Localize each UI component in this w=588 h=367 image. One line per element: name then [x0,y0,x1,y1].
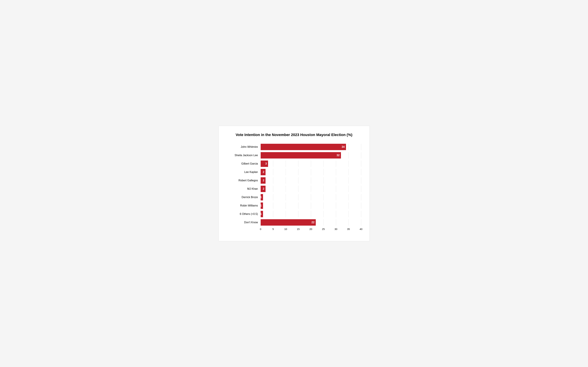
grid-line [273,202,273,209]
grid-line [273,211,273,217]
chart-body: John Whitmire34Sheila Jackson Lee32Gilbe… [227,144,361,228]
x-axis-tick: 0 [260,228,261,230]
grid-line [336,160,336,167]
grid-line [361,202,361,209]
x-axis-tick: 30 [335,228,337,230]
grid-line [311,186,311,192]
bar: 1 [261,202,263,209]
grid-line [361,160,361,167]
bar: 3 [261,160,268,167]
candidate-label: Gilbert Garcia [227,162,261,165]
grid-line [348,144,349,150]
candidate-label: Robert Gallegos [227,179,261,182]
chart-row: Lee Kaplan2 [227,169,361,175]
bar: 1 [261,211,263,217]
bars-wrapper: 1 [261,211,361,217]
grid-line [311,211,311,217]
bar: 32 [261,152,341,158]
candidate-label: Lee Kaplan [227,171,261,174]
chart-row: Derrick Broze1 [227,194,361,200]
bar: 2 [261,177,266,184]
bar: 2 [261,186,266,192]
candidate-label: Sheila Jackson Lee [227,154,261,157]
grid-line [361,152,361,158]
candidate-label: MJ Khan [227,187,261,190]
bars-wrapper: 2 [261,186,361,192]
grid-line [273,194,273,200]
grid-line [311,177,311,184]
chart-container: Vote Intention in the November 2023 Hous… [218,126,370,241]
grid-line [348,219,349,225]
chart-row: MJ Khan2 [227,186,361,192]
grid-line [361,219,361,225]
bars-wrapper: 2 [261,177,361,184]
grid-line [336,177,336,184]
bars-wrapper: 34 [261,144,361,150]
grid-line [336,186,336,192]
chart-row: Don’t Know22 [227,219,361,225]
grid-line [273,160,273,167]
grid-line [311,194,311,200]
bars-wrapper: 32 [261,152,361,158]
bar-value-label: 1 [260,204,262,207]
x-axis-tick: 35 [347,228,350,230]
chart-row: John Whitmire34 [227,144,361,150]
bar-value-label: 1 [260,196,262,199]
bars-wrapper: 2 [261,169,361,175]
grid-line [273,169,273,175]
grid-line [336,202,336,209]
grid-line [311,202,311,209]
bar-value-label: 3 [265,162,267,165]
chart-row: Robert Gallegos2 [227,177,361,184]
grid-line [273,186,273,192]
chart-row: 6 Others (<0.5)1 [227,211,361,217]
chart-title: Vote Intention in the November 2023 Hous… [227,133,361,137]
chart-row: Robin Williams1 [227,202,361,209]
grid-line [348,152,349,158]
grid-line [311,169,311,175]
grid-line [348,177,349,184]
x-axis-tick: 15 [297,228,300,230]
candidate-label: Robin Williams [227,204,261,207]
grid-line [336,169,336,175]
grid-line [348,194,349,200]
bars-wrapper: 1 [261,202,361,209]
bars-wrapper: 1 [261,194,361,200]
x-axis-tick: 25 [322,228,325,230]
bar: 34 [261,144,346,150]
grid-line [348,169,349,175]
x-axis-tick: 40 [360,228,363,230]
candidate-label: 6 Others (<0.5) [227,213,261,216]
bar-value-label: 2 [263,187,264,190]
x-axis: 0510152025303540 [261,228,361,233]
grid-line [348,211,349,217]
bar: 1 [261,194,263,200]
grid-line [348,186,349,192]
chart-row: Sheila Jackson Lee32 [227,152,361,158]
bars-wrapper: 3 [261,160,361,167]
bar-value-label: 32 [337,154,340,157]
grid-line [311,160,311,167]
x-axis-tick: 20 [309,228,312,230]
bar-value-label: 1 [260,213,262,216]
candidate-label: Don’t Know [227,221,261,224]
grid-line [361,177,361,184]
bar-value-label: 2 [263,171,264,174]
x-axis-tick: 10 [284,228,287,230]
chart-row: Gilbert Garcia3 [227,160,361,167]
bar: 22 [261,219,316,225]
grid-line [336,194,336,200]
bar-value-label: 22 [311,221,315,224]
grid-line [361,194,361,200]
grid-line [336,211,336,217]
grid-line [348,202,349,209]
grid-line [361,169,361,175]
grid-line [336,219,336,225]
grid-line [273,177,273,184]
grid-line [361,186,361,192]
grid-line [361,144,361,150]
bar-value-label: 34 [342,145,345,149]
candidate-label: John Whitmire [227,145,261,149]
grid-line [348,160,349,167]
grid-line [361,211,361,217]
